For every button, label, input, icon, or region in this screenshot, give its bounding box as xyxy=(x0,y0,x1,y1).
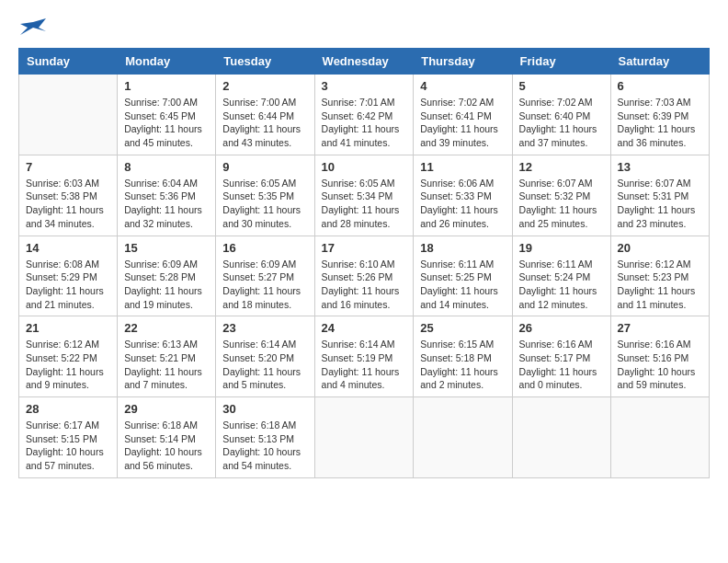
day-number: 3 xyxy=(322,79,407,93)
calendar-cell: 16Sunrise: 6:09 AM Sunset: 5:27 PM Dayli… xyxy=(216,236,314,316)
day-info: Sunrise: 6:04 AM Sunset: 5:36 PM Dayligh… xyxy=(124,177,209,231)
day-info: Sunrise: 6:12 AM Sunset: 5:23 PM Dayligh… xyxy=(618,258,702,312)
day-number: 11 xyxy=(420,160,505,174)
day-number: 4 xyxy=(420,79,505,93)
day-info: Sunrise: 7:00 AM Sunset: 6:44 PM Dayligh… xyxy=(222,96,307,150)
calendar-cell: 29Sunrise: 6:18 AM Sunset: 5:14 PM Dayli… xyxy=(118,397,216,478)
day-number: 21 xyxy=(26,321,110,335)
day-number: 10 xyxy=(322,160,407,174)
calendar-cell: 21Sunrise: 6:12 AM Sunset: 5:22 PM Dayli… xyxy=(19,316,118,397)
header-monday: Monday xyxy=(118,49,216,75)
calendar-cell: 22Sunrise: 6:13 AM Sunset: 5:21 PM Dayli… xyxy=(118,316,216,397)
calendar-cell: 1Sunrise: 7:00 AM Sunset: 6:45 PM Daylig… xyxy=(118,75,216,155)
day-number: 29 xyxy=(124,402,209,416)
day-info: Sunrise: 6:13 AM Sunset: 5:21 PM Dayligh… xyxy=(124,338,209,392)
calendar-cell: 20Sunrise: 6:12 AM Sunset: 5:23 PM Dayli… xyxy=(610,236,709,316)
calendar-cell: 8Sunrise: 6:04 AM Sunset: 5:36 PM Daylig… xyxy=(118,155,216,236)
day-number: 19 xyxy=(519,241,604,255)
day-info: Sunrise: 6:03 AM Sunset: 5:38 PM Dayligh… xyxy=(26,177,110,231)
day-number: 12 xyxy=(519,160,604,174)
calendar-cell: 24Sunrise: 6:14 AM Sunset: 5:19 PM Dayli… xyxy=(314,316,414,397)
day-number: 9 xyxy=(222,160,307,174)
calendar-cell: 23Sunrise: 6:14 AM Sunset: 5:20 PM Dayli… xyxy=(216,316,314,397)
calendar-week-1: 1Sunrise: 7:00 AM Sunset: 6:45 PM Daylig… xyxy=(19,75,710,155)
header-thursday: Thursday xyxy=(414,49,512,75)
calendar-cell: 11Sunrise: 6:06 AM Sunset: 5:33 PM Dayli… xyxy=(414,155,512,236)
day-number: 2 xyxy=(222,79,307,93)
calendar-header-row: SundayMondayTuesdayWednesdayThursdayFrid… xyxy=(19,49,710,75)
day-info: Sunrise: 6:16 AM Sunset: 5:17 PM Dayligh… xyxy=(519,338,604,392)
day-info: Sunrise: 6:08 AM Sunset: 5:29 PM Dayligh… xyxy=(26,258,110,312)
calendar-cell: 26Sunrise: 6:16 AM Sunset: 5:17 PM Dayli… xyxy=(512,316,610,397)
day-info: Sunrise: 7:00 AM Sunset: 6:45 PM Dayligh… xyxy=(124,96,209,150)
calendar-cell: 28Sunrise: 6:17 AM Sunset: 5:15 PM Dayli… xyxy=(19,397,118,478)
calendar-cell xyxy=(610,397,709,478)
day-info: Sunrise: 6:14 AM Sunset: 5:20 PM Dayligh… xyxy=(222,338,307,392)
calendar-cell: 17Sunrise: 6:10 AM Sunset: 5:26 PM Dayli… xyxy=(314,236,414,316)
calendar-cell: 4Sunrise: 7:02 AM Sunset: 6:41 PM Daylig… xyxy=(414,75,512,155)
calendar-week-5: 28Sunrise: 6:17 AM Sunset: 5:15 PM Dayli… xyxy=(19,397,710,478)
calendar-cell: 10Sunrise: 6:05 AM Sunset: 5:34 PM Dayli… xyxy=(314,155,414,236)
day-number: 27 xyxy=(618,321,702,335)
day-info: Sunrise: 6:06 AM Sunset: 5:33 PM Dayligh… xyxy=(420,177,505,231)
day-info: Sunrise: 6:18 AM Sunset: 5:14 PM Dayligh… xyxy=(124,419,209,473)
calendar-cell: 6Sunrise: 7:03 AM Sunset: 6:39 PM Daylig… xyxy=(610,75,709,155)
day-number: 8 xyxy=(124,160,209,174)
day-number: 16 xyxy=(222,241,307,255)
calendar-cell: 5Sunrise: 7:02 AM Sunset: 6:40 PM Daylig… xyxy=(512,75,610,155)
calendar-cell xyxy=(512,397,610,478)
day-info: Sunrise: 6:14 AM Sunset: 5:19 PM Dayligh… xyxy=(322,338,407,392)
day-info: Sunrise: 6:17 AM Sunset: 5:15 PM Dayligh… xyxy=(26,419,110,473)
day-info: Sunrise: 6:11 AM Sunset: 5:24 PM Dayligh… xyxy=(519,258,604,312)
day-number: 14 xyxy=(26,241,110,255)
calendar-cell xyxy=(314,397,414,478)
day-info: Sunrise: 6:07 AM Sunset: 5:31 PM Dayligh… xyxy=(618,177,702,231)
day-number: 17 xyxy=(322,241,407,255)
calendar-cell: 3Sunrise: 7:01 AM Sunset: 6:42 PM Daylig… xyxy=(314,75,414,155)
day-number: 26 xyxy=(519,321,604,335)
calendar-cell: 13Sunrise: 6:07 AM Sunset: 5:31 PM Dayli… xyxy=(610,155,709,236)
calendar-cell: 18Sunrise: 6:11 AM Sunset: 5:25 PM Dayli… xyxy=(414,236,512,316)
day-info: Sunrise: 6:05 AM Sunset: 5:34 PM Dayligh… xyxy=(322,177,407,231)
calendar-cell: 19Sunrise: 6:11 AM Sunset: 5:24 PM Dayli… xyxy=(512,236,610,316)
header-wednesday: Wednesday xyxy=(314,49,414,75)
calendar-week-3: 14Sunrise: 6:08 AM Sunset: 5:29 PM Dayli… xyxy=(19,236,710,316)
logo xyxy=(18,18,46,39)
day-number: 25 xyxy=(420,321,505,335)
logo-bird-icon xyxy=(20,18,46,39)
calendar-cell: 25Sunrise: 6:15 AM Sunset: 5:18 PM Dayli… xyxy=(414,316,512,397)
day-info: Sunrise: 7:02 AM Sunset: 6:41 PM Dayligh… xyxy=(420,96,505,150)
day-info: Sunrise: 6:09 AM Sunset: 5:28 PM Dayligh… xyxy=(124,258,209,312)
calendar-cell: 7Sunrise: 6:03 AM Sunset: 5:38 PM Daylig… xyxy=(19,155,118,236)
day-number: 28 xyxy=(26,402,110,416)
day-info: Sunrise: 6:10 AM Sunset: 5:26 PM Dayligh… xyxy=(322,258,407,312)
svg-marker-0 xyxy=(20,18,46,35)
day-info: Sunrise: 6:05 AM Sunset: 5:35 PM Dayligh… xyxy=(222,177,307,231)
day-info: Sunrise: 6:15 AM Sunset: 5:18 PM Dayligh… xyxy=(420,338,505,392)
day-info: Sunrise: 6:07 AM Sunset: 5:32 PM Dayligh… xyxy=(519,177,604,231)
header-friday: Friday xyxy=(512,49,610,75)
day-number: 15 xyxy=(124,241,209,255)
day-number: 20 xyxy=(618,241,702,255)
day-number: 1 xyxy=(124,79,209,93)
calendar-cell: 27Sunrise: 6:16 AM Sunset: 5:16 PM Dayli… xyxy=(610,316,709,397)
day-info: Sunrise: 7:02 AM Sunset: 6:40 PM Dayligh… xyxy=(519,96,604,150)
day-number: 13 xyxy=(618,160,702,174)
calendar-cell xyxy=(414,397,512,478)
calendar-cell: 12Sunrise: 6:07 AM Sunset: 5:32 PM Dayli… xyxy=(512,155,610,236)
calendar-week-4: 21Sunrise: 6:12 AM Sunset: 5:22 PM Dayli… xyxy=(19,316,710,397)
day-info: Sunrise: 7:03 AM Sunset: 6:39 PM Dayligh… xyxy=(618,96,702,150)
header-tuesday: Tuesday xyxy=(216,49,314,75)
header-saturday: Saturday xyxy=(610,49,709,75)
day-info: Sunrise: 6:11 AM Sunset: 5:25 PM Dayligh… xyxy=(420,258,505,312)
day-info: Sunrise: 6:12 AM Sunset: 5:22 PM Dayligh… xyxy=(26,338,110,392)
calendar-table: SundayMondayTuesdayWednesdayThursdayFrid… xyxy=(18,48,710,478)
day-number: 5 xyxy=(519,79,604,93)
page-header xyxy=(18,18,710,39)
header-sunday: Sunday xyxy=(19,49,118,75)
calendar-cell: 9Sunrise: 6:05 AM Sunset: 5:35 PM Daylig… xyxy=(216,155,314,236)
day-info: Sunrise: 6:18 AM Sunset: 5:13 PM Dayligh… xyxy=(222,419,307,473)
day-number: 23 xyxy=(222,321,307,335)
calendar-cell: 15Sunrise: 6:09 AM Sunset: 5:28 PM Dayli… xyxy=(118,236,216,316)
calendar-cell xyxy=(19,75,118,155)
